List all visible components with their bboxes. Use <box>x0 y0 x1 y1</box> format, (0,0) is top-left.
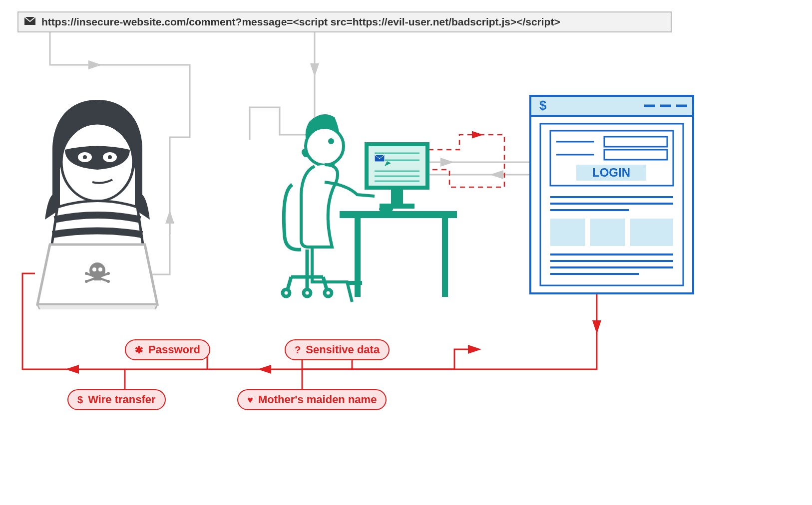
svg-rect-28 <box>442 218 448 297</box>
svg-point-16 <box>306 127 344 165</box>
svg-rect-26 <box>340 211 457 218</box>
svg-rect-31 <box>391 190 403 204</box>
login-button-label: LOGIN <box>592 166 630 179</box>
pill-label: Sensitive data <box>306 343 380 356</box>
pill-mothers-maiden-name: ♥ Mother's maiden name <box>237 389 387 410</box>
svg-point-8 <box>98 267 102 271</box>
svg-rect-30 <box>369 146 425 186</box>
victim-figure <box>277 107 457 307</box>
heart-icon: ♥ <box>247 394 253 406</box>
pill-label: Wire transfer <box>88 393 156 406</box>
svg-rect-61 <box>590 219 625 246</box>
pill-label: Mother's maiden name <box>258 393 377 406</box>
svg-point-24 <box>325 289 332 296</box>
svg-point-23 <box>304 289 311 296</box>
pill-wire-transfer: $ Wire transfer <box>67 389 166 410</box>
svg-point-13 <box>107 272 110 275</box>
svg-point-15 <box>107 280 110 283</box>
pill-sensitive-data: ? Sensitive data <box>285 339 390 360</box>
svg-rect-48 <box>604 137 667 147</box>
svg-text:$: $ <box>539 98 547 113</box>
svg-rect-60 <box>550 219 585 246</box>
svg-point-7 <box>92 267 96 271</box>
svg-point-12 <box>85 280 88 283</box>
dollar-icon: $ <box>77 394 83 406</box>
svg-rect-27 <box>355 218 361 297</box>
pill-password: ✱ Password <box>125 339 210 360</box>
svg-rect-49 <box>604 150 667 160</box>
svg-point-22 <box>283 289 290 296</box>
asterisk-icon: ✱ <box>135 344 143 356</box>
target-website-window: $ LOGIN <box>529 95 694 294</box>
mail-icon <box>24 17 35 27</box>
svg-point-39 <box>379 206 393 213</box>
question-icon: ? <box>295 344 301 356</box>
svg-point-5 <box>108 155 112 159</box>
svg-rect-62 <box>630 219 673 246</box>
malicious-url-bar: https://insecure-website.com/comment?mes… <box>17 11 672 32</box>
attacker-figure <box>27 95 167 309</box>
svg-point-4 <box>83 155 87 159</box>
url-text: https://insecure-website.com/comment?mes… <box>41 16 560 28</box>
pill-label: Password <box>148 343 200 356</box>
svg-point-17 <box>330 140 333 143</box>
svg-point-14 <box>85 272 88 275</box>
